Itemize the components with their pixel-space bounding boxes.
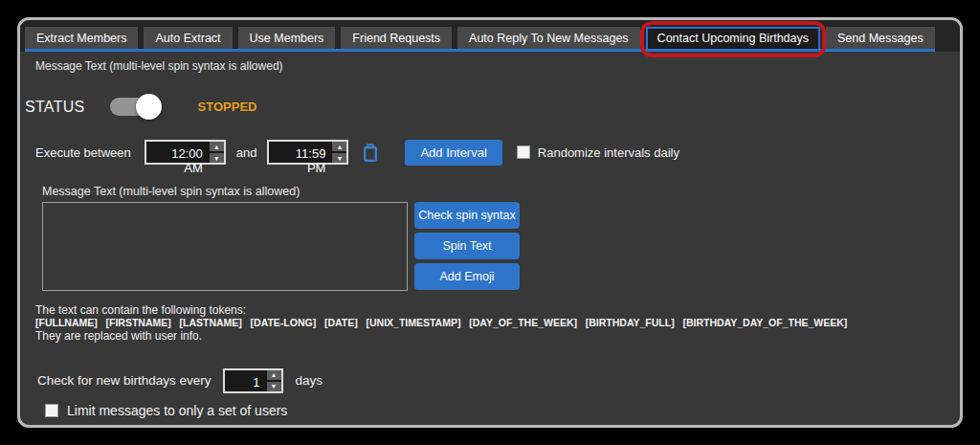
message-text-label: Message Text (multi-level spin syntax is… [42, 185, 960, 198]
limit-users-label: Limit messages to only a set of users [67, 403, 287, 418]
execute-interval-row: Execute between 12:00 AM ▲ ▼ and 11:59 P… [35, 139, 960, 166]
tab-extract-members[interactable]: Extract Members [25, 27, 138, 49]
spin-down-icon[interactable]: ▼ [332, 153, 346, 163]
tokens-info: The text can contain the following token… [35, 303, 960, 343]
message-buttons: Check spin syntax Spin Text Add Emoji [414, 202, 520, 291]
tokens-intro: The text can contain the following token… [35, 303, 960, 317]
tab-label: Auto Reply To New Messages [469, 32, 629, 45]
tab-use-members[interactable]: Use Members [238, 27, 336, 49]
message-text-section: Message Text (multi-level spin syntax is… [42, 185, 960, 291]
tab-label: Use Members [250, 32, 324, 45]
spin-down-icon[interactable]: ▼ [267, 382, 281, 391]
end-time-value[interactable]: 11:59 PM [269, 142, 330, 163]
start-time-input[interactable]: 12:00 AM ▲ ▼ [145, 140, 226, 165]
spin-up-icon[interactable]: ▲ [267, 370, 281, 380]
spin-up-icon[interactable]: ▲ [210, 142, 224, 151]
spin-down-icon[interactable]: ▼ [210, 153, 224, 163]
birthday-days-value[interactable]: 1 [225, 370, 265, 391]
status-value: STOPPED [198, 100, 257, 114]
status-row: STATUS STOPPED [25, 94, 960, 120]
end-time-spinner: ▲ ▼ [330, 142, 346, 163]
tab-label: Extract Members [36, 32, 126, 45]
spin-text-button[interactable]: Spin Text [414, 233, 520, 259]
tab-auto-extract[interactable]: Auto Extract [144, 27, 232, 49]
and-label: and [236, 145, 257, 160]
tab-label: Send Messages [837, 32, 924, 45]
toggle-knob-icon [136, 94, 162, 120]
limit-users-checkbox[interactable] [45, 404, 58, 417]
tab-contact-upcoming-birthdays[interactable]: Contact Upcoming Birthdays [646, 27, 820, 49]
randomize-intervals-checkbox[interactable] [517, 145, 530, 159]
tokens-outro: They are replaced with user info. [35, 329, 960, 343]
start-time-value[interactable]: 12:00 AM [146, 142, 208, 163]
status-label: STATUS [25, 99, 85, 116]
execute-between-label: Execute between [35, 145, 131, 160]
tab-bar: Extract Members Auto Extract Use Members… [25, 24, 935, 52]
check-spin-syntax-button[interactable]: Check spin syntax [414, 202, 520, 229]
tab-friend-requests[interactable]: Friend Requests [341, 27, 452, 49]
message-text-top-label: Message Text (multi-level spin syntax is… [35, 59, 960, 73]
tab-label: Auto Extract [155, 32, 220, 45]
days-label: days [296, 373, 323, 388]
tab-strip: Extract Members Auto Extract Use Members… [20, 20, 960, 52]
tab-send-messages[interactable]: Send Messages [826, 27, 935, 49]
birthday-check-label: Check for new birthdays every [37, 373, 212, 388]
limit-users-row: Limit messages to only a set of users [45, 403, 960, 418]
add-emoji-button[interactable]: Add Emoji [414, 263, 520, 290]
tokens-list: [FULLNAME] [FIRSTNAME] [LASTNAME] [DATE-… [35, 317, 960, 329]
trash-icon [363, 144, 378, 162]
birthday-days-input[interactable]: 1 ▲ ▼ [223, 368, 283, 393]
message-text-input[interactable] [42, 202, 408, 291]
birthday-check-row: Check for new birthdays every 1 ▲ ▼ days [37, 367, 960, 393]
spin-up-icon[interactable]: ▲ [332, 142, 346, 151]
status-toggle[interactable] [110, 94, 158, 120]
tab-label: Friend Requests [352, 32, 440, 45]
birthday-days-spinner: ▲ ▼ [265, 370, 281, 391]
start-time-spinner: ▲ ▼ [208, 142, 224, 163]
tab-label: Contact Upcoming Birthdays [657, 32, 809, 45]
add-interval-button[interactable]: Add Interval [405, 140, 501, 166]
delete-interval-button[interactable] [363, 144, 378, 162]
tab-auto-reply[interactable]: Auto Reply To New Messages [457, 27, 640, 49]
end-time-input[interactable]: 11:59 PM ▲ ▼ [267, 140, 348, 165]
randomize-intervals-label: Randomize intervals daily [538, 145, 679, 160]
main-panel: Extract Members Auto Extract Use Members… [17, 17, 963, 428]
